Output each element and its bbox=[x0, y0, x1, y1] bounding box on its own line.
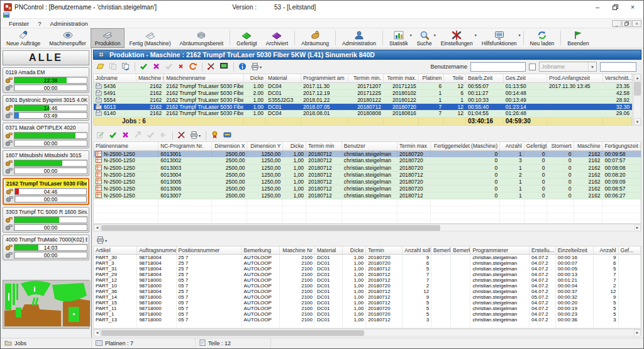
cell[interactable]: PART_13 bbox=[94, 317, 137, 323]
cell[interactable]: DC01 bbox=[315, 311, 343, 317]
cell[interactable]: 20180122 bbox=[348, 96, 384, 103]
cell[interactable]: PART_15 bbox=[94, 300, 137, 306]
scroll-thumb[interactable] bbox=[101, 225, 440, 231]
toolbar-button-einstellungen[interactable]: Einstellungen▾ bbox=[436, 28, 477, 48]
cell[interactable]: christian.steigelman bbox=[470, 311, 530, 317]
printer-button[interactable]: ▾ bbox=[94, 235, 109, 247]
cell[interactable] bbox=[618, 317, 640, 323]
cell[interactable]: AUTOLOOP bbox=[242, 266, 279, 272]
cell[interactable]: 6013003 bbox=[158, 164, 211, 171]
cell[interactable]: 20171215 bbox=[383, 82, 418, 89]
cell[interactable]: 0 bbox=[431, 150, 500, 157]
table-row[interactable]: PART_39871800425 7AUTOLOOP2100DC011,0020… bbox=[94, 260, 641, 266]
cell[interactable]: 0 bbox=[547, 171, 574, 178]
column-header-fertiggemeldet-maschine[interactable]: Fertiggemeldet (Maschine) bbox=[431, 142, 500, 150]
cell[interactable]: 00:06:27 bbox=[602, 192, 641, 199]
cell[interactable]: 98718004 bbox=[137, 272, 176, 277]
cell[interactable]: 2162 bbox=[136, 96, 164, 103]
scroll-right-button[interactable]: ► bbox=[634, 224, 641, 231]
cell[interactable]: 2162 Trumpf TruLaser 5030 Fiber... bbox=[164, 96, 244, 103]
cell[interactable]: 2162 Trumpf TruLaser 5030 Fiber... bbox=[164, 82, 244, 89]
cell[interactable]: N-2500-1250 bbox=[94, 192, 158, 199]
cell[interactable]: N-2500-1250 bbox=[94, 150, 158, 157]
cell[interactable]: 00:00:36 bbox=[555, 317, 593, 323]
dropdown-arrow-icon[interactable]: ▾ bbox=[199, 133, 201, 138]
cell[interactable] bbox=[431, 300, 451, 306]
cell[interactable]: 2162 bbox=[136, 82, 164, 89]
cell[interactable]: 05 7 bbox=[176, 311, 242, 317]
column-header-dicke[interactable]: Dicke bbox=[244, 74, 266, 82]
cell[interactable]: PART_10 bbox=[94, 283, 137, 289]
cell[interactable]: 6140 bbox=[94, 110, 136, 117]
cell[interactable]: christian.steigelman bbox=[341, 164, 397, 171]
cell[interactable]: 1,00 bbox=[283, 192, 306, 199]
check-green-button[interactable] bbox=[107, 130, 119, 141]
cell[interactable]: AUTOLOOP bbox=[242, 277, 279, 283]
cell[interactable]: 04.07.2 bbox=[530, 266, 556, 272]
cell[interactable]: 0 bbox=[431, 178, 500, 185]
cell[interactable]: 23.35 bbox=[602, 82, 631, 89]
table-row[interactable]: PART_119871800005 7AUTOLOOP2100DC011,002… bbox=[94, 306, 641, 311]
cell[interactable]: 1 bbox=[444, 96, 466, 103]
cell[interactable]: christian.steigelman bbox=[341, 192, 397, 199]
column-header-jobname[interactable]: Jobname bbox=[94, 74, 136, 82]
cell[interactable]: 5 bbox=[594, 306, 619, 311]
cell[interactable]: DC01 bbox=[315, 317, 343, 323]
tools-button[interactable] bbox=[205, 61, 217, 73]
cell[interactable]: AUTOLOOP bbox=[242, 317, 279, 323]
cell[interactable]: 1.00 bbox=[244, 82, 266, 89]
cell[interactable]: 5 bbox=[594, 311, 619, 317]
column-header-verschnitt[interactable]: Verschnitt... bbox=[602, 74, 631, 82]
cell[interactable]: 2100 bbox=[279, 254, 314, 260]
column-header-programmierer[interactable]: Programmierer bbox=[470, 247, 530, 254]
cell[interactable]: 6013006 bbox=[158, 185, 211, 192]
cell[interactable]: DC01 bbox=[315, 277, 343, 283]
column-header-material[interactable]: Material bbox=[315, 247, 343, 254]
cell[interactable]: 2100 bbox=[279, 260, 314, 266]
cell[interactable]: 98718000 bbox=[137, 300, 176, 306]
award-button[interactable] bbox=[209, 130, 221, 141]
table-row[interactable]: PART_19871800005 7AUTOLOOP2100DC011,0020… bbox=[94, 311, 641, 317]
cell[interactable]: 1,00 bbox=[342, 306, 365, 311]
cell[interactable]: 1 bbox=[500, 164, 525, 171]
cell[interactable] bbox=[451, 277, 470, 283]
cell[interactable] bbox=[431, 260, 451, 266]
cell[interactable]: DC01 bbox=[315, 260, 343, 266]
table-row[interactable]: PART_319871800425 7AUTOLOOP2100DC011,002… bbox=[94, 266, 641, 272]
cell[interactable]: 2018.01.22 bbox=[301, 96, 348, 103]
cell[interactable]: PART_11 bbox=[94, 306, 137, 311]
machine-card-0301[interactable]: 0301 Bystronic Bysprint 3015 4.0K...14:4… bbox=[3, 95, 89, 121]
table-row[interactable]: PART_129871800005 7AUTOLOOP2100DC011,002… bbox=[94, 277, 641, 283]
column-header-fertigungszeit-inkl[interactable]: Fertigungszeit inkl. bbox=[602, 142, 641, 150]
column-header-maschine-nr[interactable]: Maschine Nr bbox=[279, 247, 314, 254]
toolbar-button-archiviert[interactable]: Archiviert bbox=[262, 28, 292, 48]
cell[interactable]: 6 bbox=[444, 89, 466, 96]
cell[interactable]: 00:08:57 bbox=[602, 185, 641, 192]
cell[interactable]: AUTOLOOP bbox=[242, 294, 279, 300]
cell[interactable]: 20180712 bbox=[397, 192, 430, 199]
cell[interactable]: 00:09:58 bbox=[602, 150, 641, 157]
cell[interactable]: christian.steigelman bbox=[341, 171, 397, 178]
toolbar-button-produktion[interactable]: Produktion bbox=[91, 28, 125, 48]
column-header-dimension-y[interactable]: Dimension Y bbox=[247, 142, 283, 150]
refresh-orange-button[interactable] bbox=[187, 61, 199, 73]
cell[interactable]: S355J2G3 bbox=[266, 96, 301, 103]
cell[interactable]: DC01 bbox=[266, 103, 301, 110]
cell[interactable]: 00:00:37 bbox=[555, 289, 593, 294]
cell[interactable]: 7 bbox=[594, 277, 619, 283]
restore-button[interactable] bbox=[606, 1, 624, 13]
cell[interactable]: 20180712 bbox=[306, 178, 342, 185]
cell[interactable]: 20171225 bbox=[348, 89, 384, 96]
cell[interactable] bbox=[618, 260, 640, 266]
cell[interactable]: 00:01:21 bbox=[555, 277, 593, 283]
cell[interactable]: 2162 bbox=[574, 185, 602, 192]
cell[interactable]: 2100 bbox=[279, 317, 314, 323]
toolbar-button-statistik[interactable]: Statistik▾ bbox=[385, 28, 413, 48]
cell[interactable]: 5491 bbox=[94, 89, 136, 96]
cell[interactable]: 00:00:04 bbox=[555, 283, 593, 289]
cell[interactable]: 0 bbox=[431, 171, 500, 178]
cell[interactable]: 7 bbox=[402, 277, 431, 283]
cell[interactable]: 1250,00 bbox=[247, 192, 283, 199]
cell[interactable]: 20180720 bbox=[383, 103, 418, 110]
cell[interactable]: christian.steigelman bbox=[470, 317, 530, 323]
